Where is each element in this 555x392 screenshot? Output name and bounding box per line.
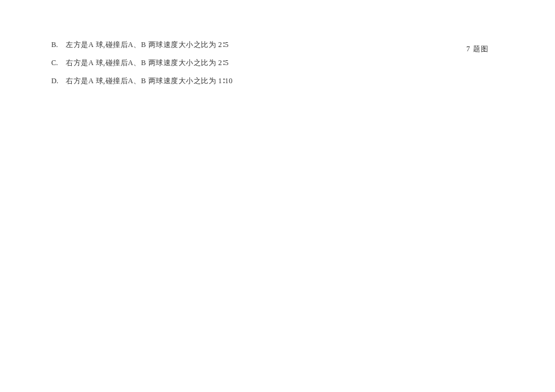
option-c-text: 右方是A 球,碰撞后A、B 两球速度大小之比为 2∶5 [66,57,229,68]
figure-caption: 7 题图 [466,44,489,54]
option-b: B. 左方是A 球,碰撞后A、B 两球速度大小之比为 2∶5 [51,39,504,50]
option-b-label: B. [51,39,60,50]
option-c: C. 右方是A 球,碰撞后A、B 两球速度大小之比为 2∶5 [51,57,504,68]
option-d-label: D. [51,75,60,86]
option-b-text: 左方是A 球,碰撞后A、B 两球速度大小之比为 2∶5 [66,39,229,50]
option-d-text: 右方是A 球,碰撞后A、B 两球速度大小之比为 1∶10 [66,75,233,86]
options-container: B. 左方是A 球,碰撞后A、B 两球速度大小之比为 2∶5 C. 右方是A 球… [51,39,504,93]
option-d: D. 右方是A 球,碰撞后A、B 两球速度大小之比为 1∶10 [51,75,504,86]
option-c-label: C. [51,57,60,68]
